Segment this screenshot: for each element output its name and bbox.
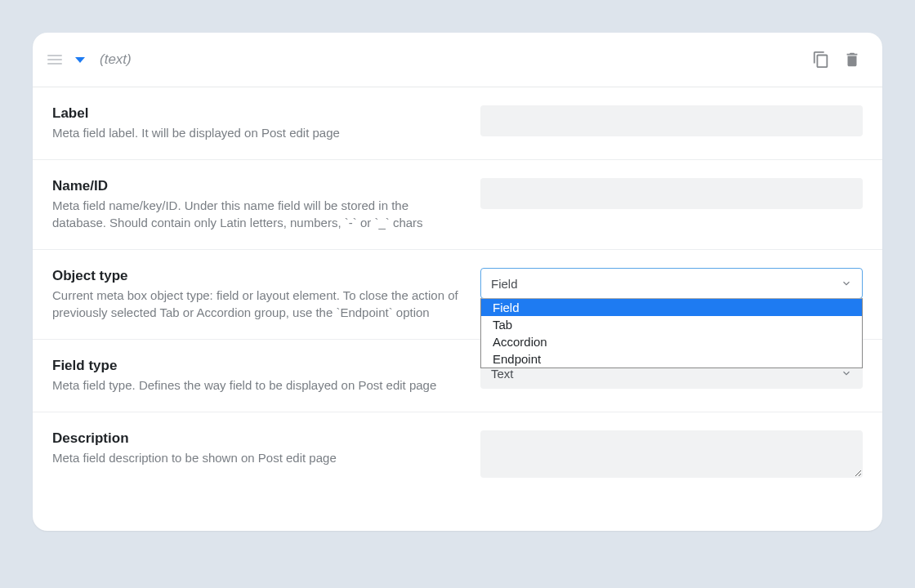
row-label: Label Meta field label. It will be displ… bbox=[33, 87, 882, 160]
field-type-selected-value: Text bbox=[491, 367, 514, 381]
field-type-title: Field type bbox=[52, 358, 461, 374]
label-desc: Meta field label. It will be displayed o… bbox=[52, 124, 461, 141]
chevron-down-icon bbox=[841, 278, 852, 289]
object-type-title: Object type bbox=[52, 268, 461, 284]
panel-header: (text) bbox=[33, 33, 882, 87]
meta-field-panel: (text) Label Meta field label. It will b… bbox=[33, 33, 882, 531]
object-type-desc: Current meta box object type: field or l… bbox=[52, 287, 461, 321]
row-name-id: Name/ID Meta field name/key/ID. Under th… bbox=[33, 160, 882, 250]
chevron-down-icon bbox=[841, 368, 852, 379]
duplicate-button[interactable] bbox=[810, 49, 832, 70]
description-desc: Meta field description to be shown on Po… bbox=[52, 449, 461, 466]
panel-title: (text) bbox=[100, 51, 132, 68]
object-type-selected-value: Field bbox=[491, 277, 518, 291]
trash-icon bbox=[843, 51, 861, 69]
row-description: Description Meta field description to be… bbox=[33, 412, 882, 496]
name-id-desc: Meta field name/key/ID. Under this name … bbox=[52, 197, 461, 231]
label-title: Label bbox=[52, 105, 461, 122]
drag-handle-icon[interactable] bbox=[47, 52, 62, 67]
delete-button[interactable] bbox=[841, 49, 863, 70]
object-type-option-field[interactable]: Field bbox=[481, 299, 862, 316]
copy-icon bbox=[812, 51, 830, 69]
object-type-option-endpoint[interactable]: Endpoint bbox=[481, 350, 862, 368]
object-type-select-wrap: Field Field Tab Accordion Endpoint bbox=[480, 268, 863, 299]
description-textarea[interactable] bbox=[480, 430, 863, 478]
row-object-type: Object type Current meta box object type… bbox=[33, 250, 882, 340]
name-id-input[interactable] bbox=[480, 178, 863, 209]
name-id-title: Name/ID bbox=[52, 178, 461, 194]
object-type-option-tab[interactable]: Tab bbox=[481, 316, 862, 333]
object-type-option-accordion[interactable]: Accordion bbox=[481, 333, 862, 350]
collapse-toggle-icon[interactable] bbox=[75, 57, 85, 63]
object-type-select[interactable]: Field bbox=[480, 268, 863, 299]
description-title: Description bbox=[52, 430, 461, 447]
object-type-dropdown-list: Field Tab Accordion Endpoint bbox=[480, 298, 863, 368]
label-input[interactable] bbox=[480, 105, 863, 136]
field-type-desc: Meta field type. Defines the way field t… bbox=[52, 376, 461, 394]
